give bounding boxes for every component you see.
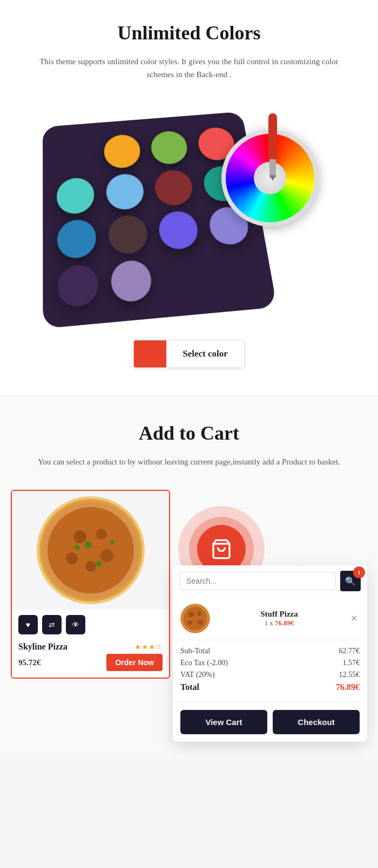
svg-point-13 bbox=[110, 540, 114, 544]
color-dot-orange bbox=[103, 134, 141, 169]
subtotal-value: 62.77€ bbox=[339, 647, 360, 655]
product-price: 95.72€ bbox=[18, 658, 40, 667]
pizza-illustration bbox=[37, 496, 145, 604]
color-dot-dark1 bbox=[58, 263, 99, 308]
color-dot-pink bbox=[153, 169, 194, 207]
vat-row: VAT (20%) 12.55€ bbox=[180, 671, 360, 679]
checkout-button[interactable]: Checkout bbox=[273, 710, 360, 734]
section-add-to-cart: Add to Cart You can select a product to … bbox=[0, 395, 378, 760]
product-price-row: 95.72€ Order Now bbox=[18, 654, 163, 671]
svg-point-5 bbox=[73, 530, 86, 543]
svg-point-9 bbox=[85, 561, 96, 572]
section-unlimited-colors: Unlimited Colors This theme supports unl… bbox=[0, 0, 378, 395]
cart-item-name: Stuff Pizza bbox=[217, 610, 342, 619]
view-cart-button[interactable]: View Cart bbox=[180, 710, 267, 734]
vat-label: VAT (20%) bbox=[180, 671, 215, 679]
compare-button[interactable]: ⇄ bbox=[42, 615, 62, 634]
cart-demo-area: ♥ ⇄ 👁 Skyline Pizza ★★★☆ 95.72€ Order No… bbox=[11, 490, 367, 738]
product-actions-bar: ♥ ⇄ 👁 bbox=[12, 610, 169, 640]
grand-total-row: Total 76.89€ bbox=[180, 682, 360, 692]
product-card: ♥ ⇄ 👁 Skyline Pizza ★★★☆ 95.72€ Order No… bbox=[11, 490, 170, 679]
subtotal-label: Sub-Total bbox=[180, 647, 210, 655]
picker-brush bbox=[256, 113, 289, 191]
svg-rect-0 bbox=[268, 113, 277, 162]
color-dot-teal bbox=[57, 176, 95, 215]
cart-pizza-thumb bbox=[180, 604, 210, 633]
subtotal-row: Sub-Total 62.77€ bbox=[180, 647, 360, 655]
ecotax-label: Eco Tax (-2.00) bbox=[180, 659, 228, 667]
svg-point-19 bbox=[184, 607, 207, 631]
total-label: Total bbox=[180, 682, 199, 692]
svg-point-6 bbox=[96, 529, 107, 539]
search-button-wrap: 🔍 1 bbox=[340, 571, 361, 591]
section-title-cart: Add to Cart bbox=[11, 422, 367, 445]
svg-point-12 bbox=[75, 545, 80, 550]
svg-point-11 bbox=[96, 561, 102, 566]
select-color-container: Select color bbox=[11, 340, 367, 368]
svg-point-21 bbox=[197, 611, 201, 616]
ecotax-value: 1.57€ bbox=[343, 659, 360, 667]
color-dot-lavender bbox=[110, 259, 153, 303]
product-rating: ★★★☆ bbox=[134, 643, 163, 652]
cart-dropdown: 🔍 1 Stuff Pizza bbox=[173, 565, 367, 742]
color-swatch-preview bbox=[134, 340, 166, 367]
cart-item-details: Stuff Pizza 1 x 76.89€ bbox=[217, 610, 342, 627]
cart-item-thumbnail bbox=[180, 604, 210, 633]
cart-search-bar: 🔍 1 bbox=[173, 565, 367, 597]
svg-point-7 bbox=[66, 552, 78, 564]
cart-item-row: Stuff Pizza 1 x 76.89€ ✕ bbox=[173, 597, 367, 640]
cart-item-qty: 1 x 76.89€ bbox=[217, 619, 342, 627]
color-dot-green bbox=[150, 130, 190, 166]
svg-marker-2 bbox=[269, 175, 276, 181]
cart-item-remove-button[interactable]: ✕ bbox=[348, 611, 360, 626]
order-now-button[interactable]: Order Now bbox=[106, 654, 163, 671]
svg-point-20 bbox=[188, 612, 194, 617]
shopping-bag-icon bbox=[211, 538, 232, 560]
product-info: Skyline Pizza ★★★☆ 95.72€ Order Now bbox=[12, 640, 169, 678]
section-desc-cart: You can select a product to by without l… bbox=[38, 455, 340, 468]
select-color-button[interactable]: Select color bbox=[133, 340, 245, 368]
color-dot-lightblue bbox=[105, 173, 145, 211]
cart-action-buttons: View Cart Checkout bbox=[173, 702, 367, 742]
palette-container bbox=[38, 97, 340, 324]
section-title-colors: Unlimited Colors bbox=[11, 22, 367, 44]
select-color-label: Select color bbox=[166, 340, 244, 367]
svg-rect-1 bbox=[269, 159, 276, 178]
cart-search-input[interactable] bbox=[179, 572, 336, 590]
svg-point-8 bbox=[100, 549, 113, 562]
product-image-wrap bbox=[12, 491, 169, 610]
color-dot-blue bbox=[57, 218, 97, 260]
svg-point-4 bbox=[48, 507, 134, 593]
section-desc-colors: This theme supports unlimited color styl… bbox=[38, 55, 340, 81]
cart-badge: 1 bbox=[353, 566, 365, 578]
ecotax-row: Eco Tax (-2.00) 1.57€ bbox=[180, 659, 360, 667]
total-value: 76.89€ bbox=[336, 682, 360, 692]
svg-point-10 bbox=[85, 542, 91, 548]
vat-value: 12.55€ bbox=[339, 671, 360, 679]
cart-totals: Sub-Total 62.77€ Eco Tax (-2.00) 1.57€ V… bbox=[173, 640, 367, 702]
quickview-button[interactable]: 👁 bbox=[66, 615, 85, 634]
product-name: Skyline Pizza bbox=[18, 642, 68, 652]
svg-point-22 bbox=[188, 620, 192, 625]
color-dot-purple-blue bbox=[158, 210, 200, 251]
svg-point-23 bbox=[198, 620, 203, 625]
color-dot-dark-brown bbox=[107, 214, 148, 255]
wishlist-button[interactable]: ♥ bbox=[18, 615, 38, 634]
